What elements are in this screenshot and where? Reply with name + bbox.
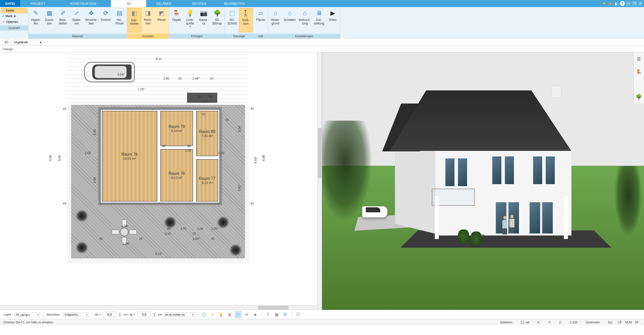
room-76[interactable]: Raum 76 9,12 m² bbox=[160, 149, 193, 202]
abgreifen-button[interactable]: ✎Abgrei- fen bbox=[29, 8, 43, 32]
rechnen-button[interactable]: ◨Rech- nen bbox=[141, 8, 155, 32]
plan-scroll-thumb-v[interactable] bbox=[318, 128, 322, 178]
flaeche-label: Fläche bbox=[256, 18, 265, 22]
help-icon[interactable]: ? bbox=[620, 1, 625, 6]
assign-icon: ▦ bbox=[45, 9, 54, 18]
group-info: ▱Fläche Info bbox=[253, 7, 268, 39]
kamera-button[interactable]: 📷Kame- ra bbox=[197, 8, 210, 32]
room-79[interactable]: Raum 79 5,10 m² bbox=[160, 111, 193, 146]
chimney bbox=[551, 86, 561, 98]
dim-719: 7,19⁵ bbox=[138, 87, 145, 91]
close-button[interactable]: ✕ bbox=[638, 1, 643, 6]
bearbeiten-button[interactable]: ✐Bear- beiten bbox=[56, 8, 70, 32]
group-auswahl: ↖Selekt ✔Mark.▾ ＋Optionen Auswahl bbox=[0, 7, 28, 39]
hintergrund-button[interactable]: ⌂Hinter- grund bbox=[269, 8, 282, 32]
group-label-sonstige: Sonstige bbox=[225, 34, 253, 39]
drehen-button[interactable]: ⟳Drehen bbox=[99, 8, 113, 32]
beleuchtung-button[interactable]: ⌂Beleuch- tung bbox=[297, 8, 312, 32]
grid-dots-icon[interactable]: ⠿ bbox=[265, 311, 271, 318]
group-label-auswahl: Auswahl bbox=[0, 25, 28, 30]
bitmap-button[interactable]: 🌳3D- Bitmap bbox=[210, 8, 224, 32]
minimize-button[interactable]: — bbox=[626, 1, 631, 6]
window-3 bbox=[533, 156, 542, 184]
pinsel-button[interactable]: ◩Pinsel bbox=[155, 8, 168, 32]
room-80-area: 7,81 m² bbox=[202, 134, 213, 138]
mark-button[interactable]: ✔Mark.▾ bbox=[1, 14, 27, 18]
darstellen-button[interactable]: ◧Dar- stellen bbox=[128, 8, 141, 32]
room-80[interactable]: Raum 80 7,81 m² bbox=[196, 111, 218, 156]
menu-gelaende[interactable]: GELÄNDE bbox=[146, 0, 181, 7]
room-78[interactable]: Raum 78 18,01 m² bbox=[102, 111, 157, 202]
iso-icon[interactable]: ≋ bbox=[243, 311, 250, 318]
zuweisen-label: Zuwei- sen bbox=[45, 18, 54, 25]
optionen-label: Optionen bbox=[6, 20, 18, 24]
render-icon[interactable]: ▦ bbox=[226, 311, 233, 318]
room-79-area: 5,10 m² bbox=[171, 129, 182, 133]
bearbeiten-label: Bear- beiten bbox=[59, 18, 67, 25]
darstellung-button[interactable]: 🖥Dar- stellung bbox=[312, 8, 326, 32]
dx-input[interactable] bbox=[103, 312, 116, 317]
hinpinsel-label: Hin. Pinsel bbox=[115, 18, 124, 25]
layer-select[interactable]: 01_ug.eg.o bbox=[15, 312, 40, 317]
tool-icon-2[interactable]: ▣ bbox=[608, 1, 613, 6]
dim-b244: 2,44⁵ bbox=[193, 237, 200, 241]
verschieben-button[interactable]: ✥Verschie- ben bbox=[83, 8, 99, 32]
bulb-icon: 💡 bbox=[186, 9, 195, 18]
geschoss-select[interactable]: Erdgescho bbox=[64, 312, 89, 317]
menu-projekt[interactable]: PROJEKT bbox=[20, 0, 55, 7]
hinpinsel-button[interactable]: ▤Hin. Pinsel bbox=[113, 8, 126, 32]
mode-select[interactable]: dx,dy (relativ ka bbox=[164, 312, 194, 317]
sun-icon[interactable]: ☀ bbox=[209, 311, 216, 318]
dx-label: dx = bbox=[95, 313, 101, 316]
menubar: DATEI PROJEKT KONSTRUKTION 3D GELÄNDE SI… bbox=[0, 0, 644, 7]
zuweisen-button[interactable]: ▦Zuwei- sen bbox=[43, 8, 56, 32]
restore-button[interactable]: ❐ bbox=[632, 1, 637, 6]
plan-scrollbar-v[interactable] bbox=[317, 52, 322, 310]
side-toolbar: ≣ 🪑 🌳 bbox=[633, 52, 644, 103]
dx-spinner[interactable]: ▲▼ bbox=[118, 313, 121, 317]
menu-sichten[interactable]: SICHTEN bbox=[181, 0, 217, 7]
grid-lines-icon[interactable]: ▦ bbox=[273, 311, 280, 318]
layers-tool-icon[interactable]: ◈ bbox=[252, 311, 259, 318]
3d-view[interactable] bbox=[322, 52, 644, 310]
video-button[interactable]: ▶Video bbox=[326, 8, 340, 32]
kollision-button[interactable]: 🚶Kolli- sion bbox=[239, 8, 253, 32]
plan-view[interactable]: Raum 78 18,01 m² Raum 79 5,10 m² Raum 80… bbox=[0, 52, 322, 310]
optionen-button[interactable]: ＋Optionen bbox=[1, 19, 27, 24]
floorplan[interactable]: Raum 78 18,01 m² Raum 79 5,10 m² Raum 80… bbox=[45, 52, 260, 309]
3d-scene[interactable] bbox=[322, 52, 644, 310]
urgelaende-select[interactable]: Urgelände bbox=[12, 40, 43, 45]
menu-konstruktion[interactable]: KONSTRUKTION bbox=[55, 0, 111, 7]
flaeche-button[interactable]: ▱Fläche bbox=[254, 8, 267, 32]
menu-bearbeiten[interactable]: BEARBEITEN bbox=[217, 0, 252, 7]
furniture-icon[interactable]: 🪑 bbox=[635, 69, 642, 76]
plan-scroll-thumb-h[interactable] bbox=[258, 306, 288, 310]
bulb-tool-icon[interactable]: 💡 bbox=[218, 311, 224, 318]
menu-datei[interactable]: DATEI bbox=[0, 0, 20, 7]
group-material: ✎Abgrei- fen ▦Zuwei- sen ✐Bear- beiten ⤢… bbox=[28, 7, 127, 39]
nav-icon[interactable]: Ⓝ bbox=[282, 311, 289, 318]
lichtquelle-button[interactable]: 💡Licht- quelle▾ bbox=[183, 8, 197, 32]
colors-icon[interactable] bbox=[636, 82, 642, 87]
area-icon: ▱ bbox=[256, 9, 265, 18]
schnitt-button[interactable]: ⬚3D- Schnitt bbox=[225, 8, 239, 32]
info-icon[interactable]: ⓘ bbox=[295, 311, 301, 318]
room-77[interactable]: Raum 77 6,23 m² bbox=[196, 159, 218, 202]
bush-5 bbox=[229, 244, 242, 256]
dim-b25: 25 bbox=[139, 237, 142, 241]
clock-icon[interactable]: 🕐 bbox=[201, 311, 207, 318]
dy-spinner[interactable]: ▲▼ bbox=[153, 313, 156, 317]
layers-icon[interactable]: ≣ bbox=[635, 55, 642, 62]
menu-3d[interactable]: 3D bbox=[111, 0, 146, 7]
edges-icon[interactable]: ⬡ bbox=[235, 311, 241, 318]
tree-tool-icon[interactable]: 🌳 bbox=[635, 93, 642, 100]
schatten-btn[interactable]: ⌂Schatten bbox=[282, 8, 297, 32]
plan-scrollbar-h[interactable] bbox=[0, 305, 317, 310]
pinsel-label: Pinsel bbox=[158, 18, 166, 22]
dy-input[interactable] bbox=[137, 312, 151, 317]
selekt-button[interactable]: ↖Selekt bbox=[1, 8, 27, 13]
skalieren-button[interactable]: ⤢Skalie- ren bbox=[70, 8, 83, 32]
tool-icon-1[interactable]: ✖ bbox=[602, 1, 607, 6]
objekt-button[interactable]: 🪑Objekt bbox=[170, 8, 183, 32]
tool-icon-3[interactable]: ◧ bbox=[614, 1, 619, 6]
